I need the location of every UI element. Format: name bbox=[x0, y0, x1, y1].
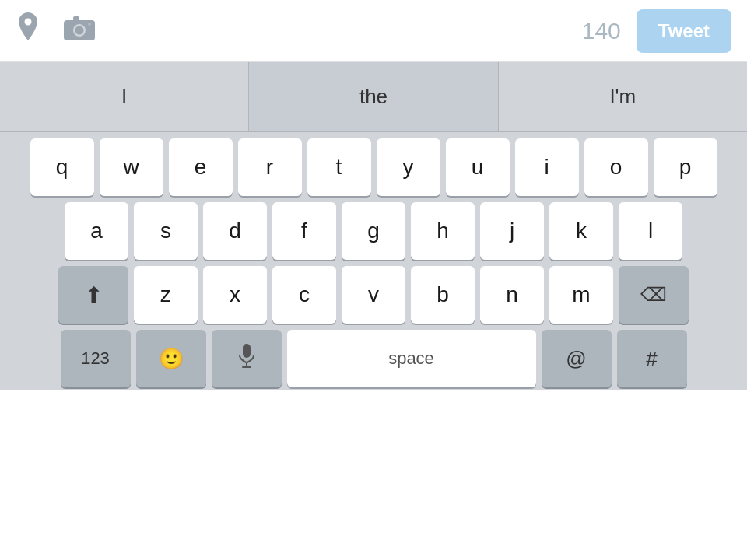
camera-icon[interactable] bbox=[62, 14, 96, 48]
key-z[interactable]: z bbox=[134, 266, 198, 324]
svg-point-0 bbox=[25, 18, 32, 25]
key-a[interactable]: a bbox=[65, 202, 128, 260]
keyboard: q w e r t y u i o p a s d f g h j k l z … bbox=[0, 132, 747, 390]
key-t[interactable]: t bbox=[307, 138, 371, 196]
key-u[interactable]: u bbox=[446, 138, 510, 196]
key-s[interactable]: s bbox=[134, 202, 198, 260]
key-x[interactable]: x bbox=[203, 266, 267, 324]
key-k[interactable]: k bbox=[549, 202, 613, 260]
mic-key[interactable] bbox=[212, 330, 282, 387]
top-bar-right: 140 Tweet bbox=[582, 9, 731, 53]
location-icon[interactable] bbox=[16, 12, 40, 50]
key-v[interactable]: v bbox=[342, 266, 405, 324]
autocomplete-item-I[interactable]: I bbox=[0, 62, 249, 131]
key-row-4: 123 🙂 space @ # bbox=[5, 330, 742, 387]
backspace-key[interactable]: ⌫ bbox=[619, 266, 689, 324]
char-count: 140 bbox=[582, 18, 621, 44]
numbers-key[interactable]: 123 bbox=[61, 330, 131, 387]
key-c[interactable]: c bbox=[272, 266, 336, 324]
emoji-icon: 🙂 bbox=[159, 347, 184, 371]
top-bar: 140 Tweet bbox=[0, 0, 747, 62]
shift-key[interactable] bbox=[58, 266, 128, 324]
autocomplete-item-im[interactable]: I'm bbox=[499, 62, 747, 131]
key-row-1: q w e r t y u i o p bbox=[5, 138, 742, 196]
autocomplete-item-the[interactable]: the bbox=[249, 62, 498, 131]
key-g[interactable]: g bbox=[342, 202, 405, 260]
key-y[interactable]: y bbox=[377, 138, 440, 196]
space-key[interactable]: space bbox=[287, 330, 536, 387]
key-row-2: a s d f g h j k l bbox=[5, 202, 742, 260]
tweet-button[interactable]: Tweet bbox=[637, 9, 731, 53]
hash-key[interactable]: # bbox=[617, 330, 687, 387]
key-r[interactable]: r bbox=[238, 138, 302, 196]
key-h[interactable]: h bbox=[411, 202, 475, 260]
key-j[interactable]: j bbox=[480, 202, 544, 260]
backspace-icon: ⌫ bbox=[640, 284, 667, 306]
svg-point-3 bbox=[75, 26, 84, 34]
key-d[interactable]: d bbox=[203, 202, 267, 260]
key-b[interactable]: b bbox=[411, 266, 475, 324]
key-l[interactable]: l bbox=[619, 202, 682, 260]
autocomplete-bar: I the I'm bbox=[0, 62, 747, 132]
key-f[interactable]: f bbox=[272, 202, 336, 260]
top-bar-left bbox=[16, 12, 96, 50]
emoji-key[interactable]: 🙂 bbox=[136, 330, 206, 387]
mic-icon bbox=[238, 344, 255, 373]
key-o[interactable]: o bbox=[584, 138, 648, 196]
at-key[interactable]: @ bbox=[542, 330, 612, 387]
key-q[interactable]: q bbox=[30, 138, 94, 196]
key-p[interactable]: p bbox=[654, 138, 717, 196]
key-row-3: z x c v b n m ⌫ bbox=[5, 266, 742, 324]
svg-rect-6 bbox=[243, 344, 251, 358]
svg-rect-4 bbox=[73, 16, 79, 21]
key-e[interactable]: e bbox=[169, 138, 233, 196]
svg-point-5 bbox=[88, 23, 91, 26]
key-w[interactable]: w bbox=[100, 138, 163, 196]
key-n[interactable]: n bbox=[480, 266, 544, 324]
shift-icon bbox=[85, 282, 103, 308]
key-m[interactable]: m bbox=[549, 266, 613, 324]
key-i[interactable]: i bbox=[515, 138, 579, 196]
